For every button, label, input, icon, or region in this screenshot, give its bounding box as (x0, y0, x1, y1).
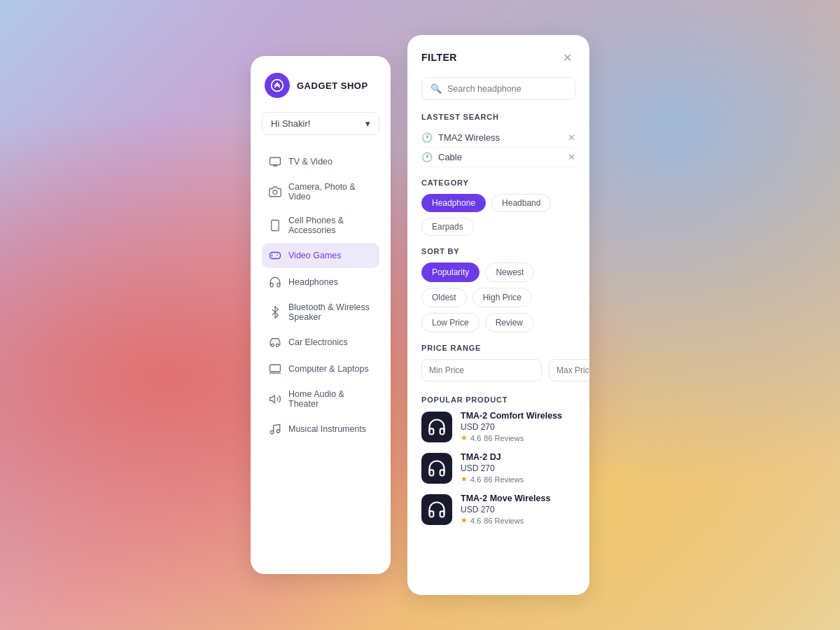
sort-newest[interactable]: Newest (485, 262, 534, 282)
product-info-1: TMA-2 Comfort Wireless USD 270 ★ 4.6 86 … (461, 411, 562, 442)
filter-title: FILTER (421, 52, 457, 63)
sidebar-item-home-audio[interactable]: Home Audio & Theater (262, 383, 379, 415)
sidebar-item-bluetooth[interactable]: Bluetooth & Wireless Speaker (262, 296, 379, 328)
bluetooth-icon (269, 306, 281, 318)
star-icon-3: ★ (461, 516, 468, 525)
svg-point-13 (270, 430, 274, 434)
search-icon: 🔍 (430, 83, 442, 94)
close-button[interactable]: ✕ (559, 49, 575, 66)
nav-label: Camera, Photo & Video (288, 182, 372, 202)
svg-marker-12 (270, 396, 275, 403)
svg-point-9 (272, 344, 274, 346)
price-range-section: PRICE RANGE (421, 344, 575, 382)
product-item-1[interactable]: TMA-2 Comfort Wireless USD 270 ★ 4.6 86 … (421, 411, 575, 442)
star-icon-1: ★ (461, 433, 468, 442)
nav-label: Home Audio & Theater (288, 389, 372, 409)
product-item-2[interactable]: TMA-2 DJ USD 270 ★ 4.6 86 Reviews (421, 452, 575, 484)
search-box[interactable]: 🔍 (421, 77, 575, 100)
sort-by-section: SORT BY Popularity Newest Oldest High Pr… (421, 247, 575, 332)
sidebar-item-headphones[interactable]: Headphones (262, 270, 379, 295)
history-text-2: Cable (438, 152, 462, 162)
clock-icon-2: 🕐 (421, 152, 433, 162)
product-image-2 (421, 453, 452, 484)
logo-icon (265, 73, 290, 98)
product-info-3: TMA-2 Move Wireless USD 270 ★ 4.6 86 Rev… (461, 493, 550, 525)
latest-search-label: LASTEST SEARCH (421, 113, 575, 121)
svg-point-10 (276, 344, 279, 346)
gamepad-icon (269, 249, 281, 262)
rating-value-2: 4.6 (470, 475, 481, 484)
sidebar-item-computer[interactable]: Computer & Laptops (262, 356, 379, 382)
user-dropdown[interactable]: Hi Shakir! ▾ (262, 112, 379, 135)
chevron-down-icon: ▾ (365, 118, 370, 129)
sort-buttons: Popularity Newest Oldest High Price Low … (421, 262, 575, 332)
nav-label: Computer & Laptops (288, 364, 369, 374)
category-tags: Headphone Headband Earpads (421, 194, 575, 236)
app-name: GADGET SHOP (297, 80, 368, 91)
sort-high-price[interactable]: High Price (472, 288, 532, 307)
sidebar-panel: GADGET SHOP Hi Shakir! ▾ TV & Video (251, 56, 391, 574)
music-icon (269, 423, 281, 435)
tv-icon (269, 155, 281, 168)
sort-oldest[interactable]: Oldest (421, 288, 467, 307)
nav-label: Headphones (288, 277, 338, 287)
history-remove-2[interactable]: ✕ (568, 152, 575, 162)
car-icon (269, 336, 281, 349)
sidebar-item-tv-video[interactable]: TV & Video (262, 149, 379, 174)
price-range-label: PRICE RANGE (421, 344, 575, 352)
logo-row: GADGET SHOP (262, 73, 379, 98)
search-input[interactable] (447, 84, 566, 94)
product-name-1: TMA-2 Comfort Wireless (461, 411, 562, 421)
nav-label: Video Games (288, 251, 342, 260)
history-item-2: 🕐 Cable ✕ (421, 148, 575, 167)
popular-products-section: POPULAR PRODUCT TMA-2 Comfort Wireless U… (421, 396, 575, 581)
rating-value-1: 4.6 (470, 434, 481, 442)
min-price-input[interactable] (421, 359, 542, 382)
search-history-section: LASTEST SEARCH 🕐 TMA2 Wireless ✕ 🕐 Cable… (421, 113, 575, 167)
sidebar-item-cell-phones[interactable]: Cell Phones & Accessories (262, 209, 379, 241)
product-rating-2: ★ 4.6 86 Reviews (461, 475, 524, 484)
price-inputs (421, 359, 575, 382)
nav-label: Musical Instruments (288, 424, 366, 434)
sort-review[interactable]: Review (485, 313, 533, 332)
sidebar-item-camera[interactable]: Camera, Photo & Video (262, 176, 379, 208)
nav-label: Bluetooth & Wireless Speaker (288, 302, 372, 322)
product-item-3[interactable]: TMA-2 Move Wireless USD 270 ★ 4.6 86 Rev… (421, 493, 575, 525)
user-greeting: Hi Shakir! (271, 118, 310, 129)
review-count-1: 86 Reviews (484, 434, 524, 442)
rating-value-3: 4.6 (470, 517, 481, 525)
headphone-icon (269, 276, 281, 288)
history-remove-1[interactable]: ✕ (568, 132, 575, 143)
star-icon-2: ★ (461, 475, 468, 484)
popular-label: POPULAR PRODUCT (421, 396, 575, 404)
review-count-2: 86 Reviews (484, 475, 524, 484)
svg-point-14 (276, 430, 280, 433)
max-price-input[interactable] (549, 359, 589, 382)
camera-icon (269, 186, 281, 198)
filter-header: FILTER ✕ (421, 49, 575, 66)
svg-rect-5 (270, 253, 281, 259)
product-price-1: USD 270 (461, 422, 562, 432)
product-rating-1: ★ 4.6 86 Reviews (461, 433, 562, 442)
product-price-3: USD 270 (461, 505, 550, 514)
clock-icon-1: 🕐 (421, 132, 433, 143)
product-name-2: TMA-2 DJ (461, 452, 524, 462)
product-image-1 (421, 412, 452, 442)
laptop-icon (269, 363, 281, 375)
product-info-2: TMA-2 DJ USD 270 ★ 4.6 86 Reviews (461, 452, 524, 484)
history-item-1: 🕐 TMA2 Wireless ✕ (421, 128, 575, 148)
review-count-3: 86 Reviews (484, 517, 524, 525)
category-tag-earpads[interactable]: Earpads (421, 218, 474, 236)
product-list: TMA-2 Comfort Wireless USD 270 ★ 4.6 86 … (421, 411, 575, 525)
nav-label: TV & Video (288, 157, 332, 167)
category-tag-headphone[interactable]: Headphone (421, 194, 486, 212)
nav-label: Cell Phones & Accessories (288, 216, 372, 235)
sidebar-item-video-games[interactable]: Video Games (262, 243, 379, 268)
sidebar-item-car-electronics[interactable]: Car Electronics (262, 330, 379, 355)
svg-rect-1 (270, 158, 281, 165)
sort-popularity[interactable]: Popularity (421, 262, 479, 282)
svg-point-2 (273, 190, 277, 195)
sidebar-item-musical[interactable]: Musical Instruments (262, 416, 379, 442)
sort-low-price[interactable]: Low Price (421, 313, 479, 332)
category-tag-headband[interactable]: Headband (491, 194, 551, 212)
